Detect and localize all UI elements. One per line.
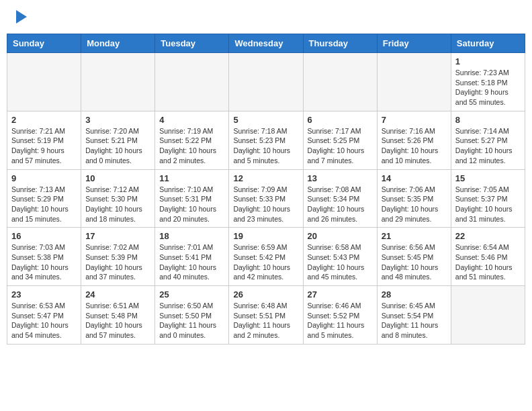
calendar-cell [451, 286, 525, 345]
day-info: Sunrise: 7:21 AM Sunset: 5:19 PM Dayligh… [11, 126, 77, 166]
day-number: 23 [11, 289, 77, 300]
calendar-cell [303, 53, 377, 111]
calendar-cell: 3Sunrise: 7:20 AM Sunset: 5:21 PM Daylig… [81, 111, 155, 169]
week-row-5: 23Sunrise: 6:53 AM Sunset: 5:47 PM Dayli… [7, 286, 525, 345]
day-number: 5 [233, 115, 298, 125]
day-number: 18 [159, 231, 224, 241]
calendar-cell: 2Sunrise: 7:21 AM Sunset: 5:19 PM Daylig… [7, 111, 81, 169]
day-info: Sunrise: 7:20 AM Sunset: 5:21 PM Dayligh… [85, 126, 150, 166]
day-number: 13 [308, 173, 373, 183]
day-info: Sunrise: 6:53 AM Sunset: 5:47 PM Dayligh… [11, 301, 77, 340]
day-info: Sunrise: 6:48 AM Sunset: 5:51 PM Dayligh… [233, 301, 298, 340]
day-info: Sunrise: 7:19 AM Sunset: 5:22 PM Dayligh… [159, 126, 224, 166]
calendar-header-saturday: Saturday [451, 34, 525, 53]
calendar-header-friday: Friday [377, 34, 451, 53]
day-number: 27 [308, 289, 373, 300]
calendar-cell: 10Sunrise: 7:12 AM Sunset: 5:30 PM Dayli… [81, 169, 155, 228]
day-info: Sunrise: 7:09 AM Sunset: 5:33 PM Dayligh… [233, 185, 298, 224]
day-number: 17 [85, 231, 150, 241]
calendar-cell: 26Sunrise: 6:48 AM Sunset: 5:51 PM Dayli… [229, 286, 303, 345]
day-info: Sunrise: 7:14 AM Sunset: 5:27 PM Dayligh… [455, 126, 521, 166]
calendar-cell: 25Sunrise: 6:50 AM Sunset: 5:50 PM Dayli… [155, 286, 229, 345]
calendar-cell [229, 53, 303, 111]
day-info: Sunrise: 6:45 AM Sunset: 5:54 PM Dayligh… [382, 301, 447, 340]
calendar: SundayMondayTuesdayWednesdayThursdayFrid… [7, 34, 525, 345]
day-info: Sunrise: 7:23 AM Sunset: 5:18 PM Dayligh… [455, 68, 521, 107]
day-number: 25 [159, 289, 224, 300]
calendar-cell [155, 53, 229, 111]
day-number: 22 [455, 231, 521, 241]
calendar-header-tuesday: Tuesday [155, 34, 229, 53]
day-info: Sunrise: 7:16 AM Sunset: 5:26 PM Dayligh… [382, 126, 447, 166]
day-info: Sunrise: 7:05 AM Sunset: 5:37 PM Dayligh… [455, 185, 521, 224]
day-number: 11 [159, 173, 224, 183]
day-number: 28 [382, 289, 447, 300]
day-info: Sunrise: 7:18 AM Sunset: 5:23 PM Dayligh… [233, 126, 298, 166]
calendar-header-thursday: Thursday [303, 34, 377, 53]
day-number: 14 [382, 173, 447, 183]
day-number: 19 [233, 231, 298, 241]
calendar-cell: 28Sunrise: 6:45 AM Sunset: 5:54 PM Dayli… [377, 286, 451, 345]
day-number: 3 [85, 115, 150, 125]
calendar-cell: 16Sunrise: 7:03 AM Sunset: 5:38 PM Dayli… [7, 228, 81, 286]
day-info: Sunrise: 7:02 AM Sunset: 5:39 PM Dayligh… [85, 242, 150, 282]
day-number: 26 [233, 289, 298, 300]
calendar-cell: 7Sunrise: 7:16 AM Sunset: 5:26 PM Daylig… [377, 111, 451, 169]
calendar-cell: 23Sunrise: 6:53 AM Sunset: 5:47 PM Dayli… [7, 286, 81, 345]
day-info: Sunrise: 6:56 AM Sunset: 5:45 PM Dayligh… [382, 242, 447, 282]
header [7, 7, 525, 27]
day-number: 2 [11, 115, 77, 125]
calendar-cell: 15Sunrise: 7:05 AM Sunset: 5:37 PM Dayli… [451, 169, 525, 228]
week-row-4: 16Sunrise: 7:03 AM Sunset: 5:38 PM Dayli… [7, 228, 525, 286]
day-number: 4 [159, 115, 224, 125]
day-info: Sunrise: 7:01 AM Sunset: 5:41 PM Dayligh… [159, 242, 224, 282]
calendar-header-sunday: Sunday [7, 34, 81, 53]
calendar-cell: 24Sunrise: 6:51 AM Sunset: 5:48 PM Dayli… [81, 286, 155, 345]
day-number: 1 [455, 56, 521, 66]
day-number: 20 [308, 231, 373, 241]
logo-text [13, 10, 27, 24]
week-row-3: 9Sunrise: 7:13 AM Sunset: 5:29 PM Daylig… [7, 169, 525, 228]
calendar-cell [81, 53, 155, 111]
calendar-cell: 27Sunrise: 6:46 AM Sunset: 5:52 PM Dayli… [303, 286, 377, 345]
day-number: 12 [233, 173, 298, 183]
day-info: Sunrise: 6:59 AM Sunset: 5:42 PM Dayligh… [233, 242, 298, 282]
day-number: 15 [455, 173, 521, 183]
day-info: Sunrise: 7:03 AM Sunset: 5:38 PM Dayligh… [11, 242, 77, 282]
day-info: Sunrise: 7:17 AM Sunset: 5:25 PM Dayligh… [308, 126, 373, 166]
calendar-cell: 9Sunrise: 7:13 AM Sunset: 5:29 PM Daylig… [7, 169, 81, 228]
day-number: 8 [455, 115, 521, 125]
calendar-cell: 5Sunrise: 7:18 AM Sunset: 5:23 PM Daylig… [229, 111, 303, 169]
calendar-cell: 17Sunrise: 7:02 AM Sunset: 5:39 PM Dayli… [81, 228, 155, 286]
day-info: Sunrise: 6:51 AM Sunset: 5:48 PM Dayligh… [85, 301, 150, 340]
day-number: 16 [11, 231, 77, 241]
day-info: Sunrise: 6:54 AM Sunset: 5:46 PM Dayligh… [455, 242, 521, 282]
calendar-cell: 22Sunrise: 6:54 AM Sunset: 5:46 PM Dayli… [451, 228, 525, 286]
calendar-cell: 21Sunrise: 6:56 AM Sunset: 5:45 PM Dayli… [377, 228, 451, 286]
calendar-cell: 1Sunrise: 7:23 AM Sunset: 5:18 PM Daylig… [451, 53, 525, 111]
day-number: 21 [382, 231, 447, 241]
logo [13, 10, 27, 24]
day-info: Sunrise: 7:13 AM Sunset: 5:29 PM Dayligh… [11, 185, 77, 224]
calendar-cell [377, 53, 451, 111]
day-number: 6 [308, 115, 373, 125]
calendar-cell: 12Sunrise: 7:09 AM Sunset: 5:33 PM Dayli… [229, 169, 303, 228]
calendar-cell: 18Sunrise: 7:01 AM Sunset: 5:41 PM Dayli… [155, 228, 229, 286]
day-info: Sunrise: 7:08 AM Sunset: 5:34 PM Dayligh… [308, 185, 373, 224]
calendar-cell: 8Sunrise: 7:14 AM Sunset: 5:27 PM Daylig… [451, 111, 525, 169]
day-info: Sunrise: 7:06 AM Sunset: 5:35 PM Dayligh… [382, 185, 447, 224]
calendar-cell: 20Sunrise: 6:58 AM Sunset: 5:43 PM Dayli… [303, 228, 377, 286]
day-info: Sunrise: 6:50 AM Sunset: 5:50 PM Dayligh… [159, 301, 224, 340]
week-row-2: 2Sunrise: 7:21 AM Sunset: 5:19 PM Daylig… [7, 111, 525, 169]
week-row-1: 1Sunrise: 7:23 AM Sunset: 5:18 PM Daylig… [7, 53, 525, 111]
day-number: 10 [85, 173, 150, 183]
day-info: Sunrise: 7:12 AM Sunset: 5:30 PM Dayligh… [85, 185, 150, 224]
calendar-cell: 11Sunrise: 7:10 AM Sunset: 5:31 PM Dayli… [155, 169, 229, 228]
calendar-cell: 6Sunrise: 7:17 AM Sunset: 5:25 PM Daylig… [303, 111, 377, 169]
day-info: Sunrise: 6:46 AM Sunset: 5:52 PM Dayligh… [308, 301, 373, 340]
calendar-header-row: SundayMondayTuesdayWednesdayThursdayFrid… [7, 34, 525, 53]
calendar-cell: 4Sunrise: 7:19 AM Sunset: 5:22 PM Daylig… [155, 111, 229, 169]
day-number: 24 [85, 289, 150, 300]
calendar-cell [7, 53, 81, 111]
calendar-header-monday: Monday [81, 34, 155, 53]
